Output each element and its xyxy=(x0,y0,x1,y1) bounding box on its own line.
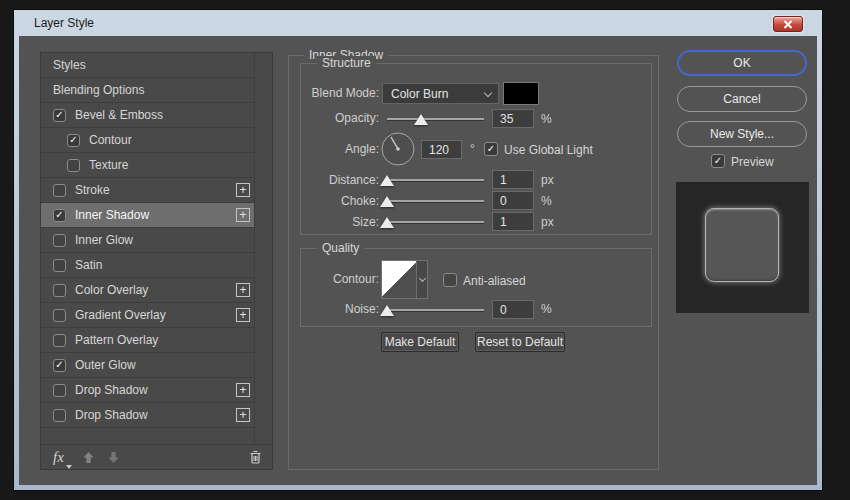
size-slider-thumb[interactable] xyxy=(380,217,394,228)
sidebar-item-label: Color Overlay xyxy=(75,283,148,297)
add-effect-instance-button[interactable]: + xyxy=(236,308,250,322)
sidebar-item-label: Blending Options xyxy=(53,83,144,97)
arrow-down-icon xyxy=(107,451,120,464)
preview-checkbox[interactable]: ✓ xyxy=(711,154,725,168)
structure-group: Structure Blend Mode: Color Burn Opacity… xyxy=(300,63,652,235)
choke-label: Choke: xyxy=(301,194,379,208)
sidebar-item-gradient-overlay[interactable]: Gradient Overlay+ xyxy=(41,303,254,328)
sidebar-item-satin[interactable]: Satin xyxy=(41,253,254,278)
opacity-slider-thumb[interactable] xyxy=(414,114,428,125)
contour-picker[interactable] xyxy=(381,260,428,299)
style-enable-checkbox[interactable]: ✓ xyxy=(53,109,66,122)
style-enable-checkbox[interactable] xyxy=(53,184,66,197)
shadow-color-swatch[interactable] xyxy=(503,82,539,105)
style-enable-checkbox[interactable] xyxy=(53,384,66,397)
distance-input[interactable] xyxy=(492,170,534,189)
title-bar[interactable]: Layer Style xyxy=(14,10,822,36)
style-enable-checkbox[interactable]: ✓ xyxy=(53,359,66,372)
style-enable-checkbox[interactable] xyxy=(53,334,66,347)
sidebar-item-outer-glow[interactable]: ✓Outer Glow xyxy=(41,353,254,378)
style-enable-checkbox[interactable]: ✓ xyxy=(67,134,80,147)
sidebar-item-styles[interactable]: Styles xyxy=(41,53,254,78)
anti-aliased-checkbox[interactable] xyxy=(443,273,457,287)
styles-sidebar: StylesBlending Options✓Bevel & Emboss✓Co… xyxy=(40,52,273,470)
cancel-button[interactable]: Cancel xyxy=(677,86,807,112)
sidebar-item-label: Texture xyxy=(89,158,128,172)
blend-mode-label: Blend Mode: xyxy=(301,86,379,100)
choke-slider-track[interactable] xyxy=(387,200,484,202)
choke-input[interactable] xyxy=(492,191,534,210)
size-input[interactable] xyxy=(492,212,534,231)
distance-slider-track[interactable] xyxy=(387,179,484,181)
sidebar-list: StylesBlending Options✓Bevel & Emboss✓Co… xyxy=(41,53,255,444)
style-enable-checkbox[interactable] xyxy=(53,309,66,322)
sidebar-item-label: Inner Glow xyxy=(75,233,133,247)
contour-dropdown-arrow[interactable] xyxy=(416,261,427,298)
sidebar-item-stroke[interactable]: Stroke+ xyxy=(41,178,254,203)
ok-button[interactable]: OK xyxy=(677,50,807,76)
add-effect-instance-button[interactable]: + xyxy=(236,183,250,197)
distance-slider-thumb[interactable] xyxy=(380,175,394,186)
style-preview-thumbnail xyxy=(676,182,809,313)
angle-unit: ° xyxy=(470,142,475,156)
angle-dial[interactable] xyxy=(381,132,415,166)
sidebar-item-label: Outer Glow xyxy=(75,358,136,372)
sidebar-item-label: Bevel & Emboss xyxy=(75,108,163,122)
close-button[interactable] xyxy=(773,16,803,32)
add-effect-instance-button[interactable]: + xyxy=(236,208,250,222)
angle-label: Angle: xyxy=(301,142,379,156)
sidebar-item-label: Inner Shadow xyxy=(75,208,149,222)
sidebar-item-drop-shadow[interactable]: Drop Shadow+ xyxy=(41,378,254,403)
add-effect-instance-button[interactable]: + xyxy=(236,283,250,297)
sidebar-item-inner-shadow[interactable]: ✓Inner Shadow+ xyxy=(41,203,254,228)
move-effect-down-button[interactable] xyxy=(107,451,120,464)
fx-menu-button[interactable]: fx xyxy=(53,450,64,465)
reset-to-default-button[interactable]: Reset to Default xyxy=(475,332,565,352)
sidebar-item-inner-glow[interactable]: Inner Glow xyxy=(41,228,254,253)
sidebar-footer: fx xyxy=(41,444,272,469)
blend-mode-select[interactable]: Color Burn xyxy=(382,83,499,104)
sidebar-item-color-overlay[interactable]: Color Overlay+ xyxy=(41,278,254,303)
angle-input[interactable] xyxy=(421,140,462,159)
structure-legend: Structure xyxy=(317,56,376,70)
style-enable-checkbox[interactable] xyxy=(53,234,66,247)
opacity-unit: % xyxy=(541,112,552,126)
use-global-light-checkbox[interactable]: ✓ xyxy=(484,142,498,156)
sidebar-item-texture[interactable]: Texture xyxy=(41,153,254,178)
style-enable-checkbox[interactable] xyxy=(53,409,66,422)
style-enable-checkbox[interactable] xyxy=(53,284,66,297)
sidebar-item-pattern-overlay[interactable]: Pattern Overlay xyxy=(41,328,254,353)
sidebar-item-blending-options[interactable]: Blending Options xyxy=(41,78,254,103)
opacity-input[interactable] xyxy=(492,109,534,128)
quality-legend: Quality xyxy=(317,241,364,255)
move-effect-up-button[interactable] xyxy=(82,451,95,464)
window-title: Layer Style xyxy=(34,16,94,30)
size-slider-track[interactable] xyxy=(387,221,484,223)
sidebar-item-contour[interactable]: ✓Contour xyxy=(41,128,254,153)
chevron-down-icon xyxy=(484,89,492,97)
sidebar-item-label: Drop Shadow xyxy=(75,408,148,422)
choke-slider-thumb[interactable] xyxy=(380,196,394,207)
distance-label: Distance: xyxy=(301,173,379,187)
noise-slider-thumb[interactable] xyxy=(380,305,394,316)
dialog-body: StylesBlending Options✓Bevel & Emboss✓Co… xyxy=(19,36,817,485)
sidebar-item-label: Pattern Overlay xyxy=(75,333,158,347)
make-default-button[interactable]: Make Default xyxy=(381,332,459,352)
distance-unit: px xyxy=(541,173,554,187)
opacity-slider-track[interactable] xyxy=(387,118,484,120)
sidebar-item-bevel-emboss[interactable]: ✓Bevel & Emboss xyxy=(41,103,254,128)
style-enable-checkbox[interactable] xyxy=(67,159,80,172)
sidebar-item-label: Stroke xyxy=(75,183,110,197)
quality-group: Quality Contour: Anti-aliased Noise: % xyxy=(300,248,652,327)
add-effect-instance-button[interactable]: + xyxy=(236,408,250,422)
contour-thumbnail[interactable] xyxy=(382,261,416,298)
opacity-label: Opacity: xyxy=(301,111,379,125)
sidebar-item-drop-shadow[interactable]: Drop Shadow+ xyxy=(41,403,254,428)
delete-effect-button[interactable] xyxy=(248,449,263,465)
add-effect-instance-button[interactable]: + xyxy=(236,383,250,397)
noise-input[interactable] xyxy=(492,300,534,319)
new-style-button[interactable]: New Style... xyxy=(677,121,807,147)
style-enable-checkbox[interactable]: ✓ xyxy=(53,209,66,222)
style-enable-checkbox[interactable] xyxy=(53,259,66,272)
noise-slider-track[interactable] xyxy=(387,309,484,311)
